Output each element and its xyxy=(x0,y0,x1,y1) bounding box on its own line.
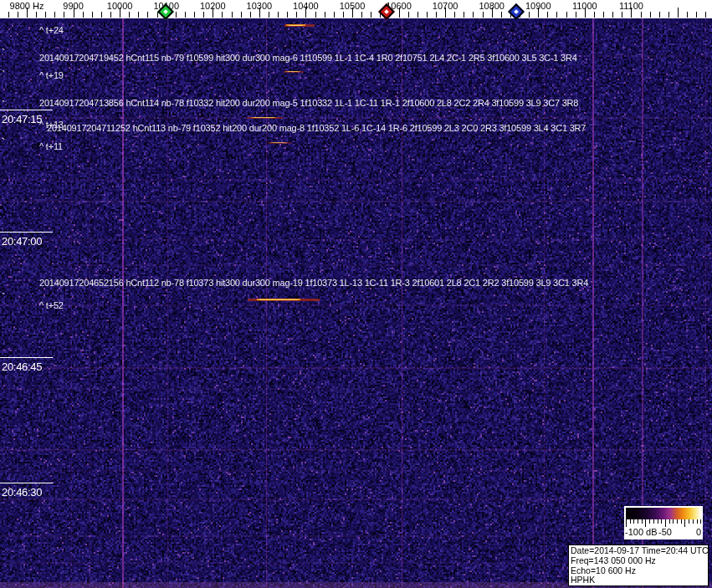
color-scale-labels: -100 dB -50 0 xyxy=(624,527,703,538)
detection-t-marker: ^ t+19 xyxy=(39,70,64,80)
time-tick-line xyxy=(0,232,53,233)
info-station-id: HPHK xyxy=(571,575,708,585)
green-marker-center-dot xyxy=(163,9,168,14)
detection-info-line: 20140917204711252 hCnt113 nb-79 f10352 h… xyxy=(47,123,586,133)
detection-edge-tick: ` xyxy=(2,291,5,304)
red-marker-center-dot xyxy=(384,9,389,14)
freq-tick-label-10300: 10300 xyxy=(247,1,273,11)
freq-tick-label-10500: 10500 xyxy=(340,1,366,11)
scale-label-min: -100 dB xyxy=(625,527,658,537)
scale-major-ticks xyxy=(626,519,701,527)
detection-edge-tick: ` xyxy=(2,69,5,81)
spectrogram-waterfall xyxy=(0,0,712,588)
status-info-box: Date=2014-09-17 Time=20:44 UTC Freq=143 … xyxy=(568,545,709,586)
detection-t-marker: ^ t+11 xyxy=(39,141,63,151)
freq-tick-label-9900: 9900 xyxy=(63,1,83,11)
time-tick-line xyxy=(0,357,53,358)
freq-tick-label-10400: 10400 xyxy=(293,1,319,11)
time-tick-label: 20:47:00 xyxy=(2,235,42,248)
freq-tick-label-10000: 10000 xyxy=(107,1,133,11)
time-tick-label: 20:46:45 xyxy=(2,360,42,373)
blue-marker-center-dot xyxy=(514,9,519,14)
freq-tick-label-11100: 11100 xyxy=(619,1,643,11)
detection-info-line: 20140917204719452 hCnt115 nb-79 f10599 h… xyxy=(39,53,577,63)
freq-tick-label-9800: 9800 Hz xyxy=(10,1,44,11)
time-tick-line xyxy=(0,110,53,110)
time-tick-label: 20:46:30 xyxy=(2,486,42,499)
detection-info-line: 20140917204713856 hCnt114 nb-78 f10332 h… xyxy=(39,98,578,108)
detection-edge-tick: ` xyxy=(2,47,5,59)
spectrogram-window: 9800 Hz990010000101001020010300104001050… xyxy=(0,0,712,588)
freq-tick-label-10900: 10900 xyxy=(525,1,551,11)
color-gradient-bar xyxy=(626,508,701,519)
freq-tick-label-10200: 10200 xyxy=(200,1,226,11)
time-tick-label: 20:47:15 xyxy=(2,113,42,125)
info-frequency: Freq=143 050 000 Hz xyxy=(571,556,708,566)
freq-tick-label-10800: 10800 xyxy=(479,1,505,11)
detection-edge-tick: ` xyxy=(2,136,5,149)
detection-info-line: 20140917204652156 hCnt112 nb-78 f10373 h… xyxy=(39,278,588,288)
scale-label-mid: -50 xyxy=(658,527,672,537)
scale-label-max: 0 xyxy=(696,527,701,537)
color-scale-ticks xyxy=(626,519,701,527)
detection-edge-tick: ` xyxy=(2,99,5,111)
freq-tick-label-10700: 10700 xyxy=(433,1,458,11)
time-tick-line xyxy=(0,483,53,483)
detection-t-marker: ^ t+24 xyxy=(39,25,64,35)
detection-edge-tick: ` xyxy=(2,120,5,132)
detection-t-marker: ^ t+52 xyxy=(39,300,64,310)
db-color-scale: -100 dB -50 0 xyxy=(624,506,703,539)
freq-tick-label-11000: 11000 xyxy=(572,1,597,11)
